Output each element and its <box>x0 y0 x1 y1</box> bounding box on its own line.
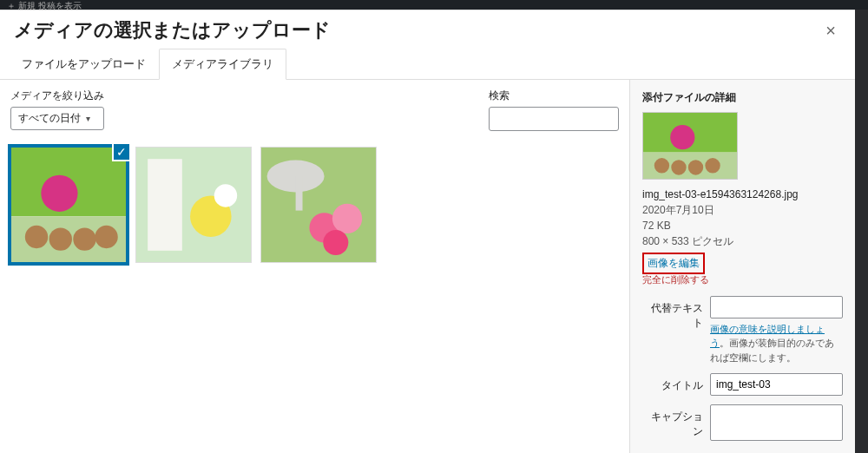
svg-point-5 <box>73 227 95 250</box>
modal-title: メディアの選択またはアップロード <box>14 17 331 43</box>
svg-point-16 <box>323 230 348 255</box>
filter-group: メディアを絞り込み すべての日付 ▾ <box>10 89 104 131</box>
tab-library-label: メディアライブラリ <box>172 57 273 70</box>
file-size: 72 KB <box>642 218 843 233</box>
caption-label: キャプション <box>642 404 703 439</box>
svg-rect-8 <box>148 159 182 251</box>
delete-permanently-link[interactable]: 完全に削除する <box>642 272 843 287</box>
svg-point-6 <box>95 226 117 248</box>
thumbnail-image <box>136 148 251 262</box>
modal-header: メディアの選択またはアップロード × <box>0 10 855 49</box>
chevron-down-icon: ▾ <box>86 114 90 123</box>
svg-point-4 <box>49 227 72 250</box>
media-item-3[interactable] <box>260 147 377 263</box>
thumbnail-image <box>11 148 126 262</box>
alt-text-row: 代替テキスト 画像の意味を説明しましょう。画像が装飾目的のみであれば空欄にします… <box>642 296 843 365</box>
modal-tabs: ファイルをアップロード メディアライブラリ <box>0 49 855 80</box>
svg-point-20 <box>654 158 669 173</box>
close-icon: × <box>825 21 836 41</box>
title-input[interactable] <box>710 373 843 396</box>
date-select-value: すべての日付 <box>18 111 81 126</box>
modal-content: メディアを絞り込み すべての日付 ▾ 検索 <box>0 80 855 453</box>
attachment-details: 添付ファイルの詳細 img_test-03-e1594363124268.jpg… <box>629 80 855 453</box>
caption-input[interactable] <box>710 404 843 441</box>
svg-point-21 <box>671 160 686 174</box>
media-item-1[interactable]: ✓ <box>10 147 127 263</box>
svg-point-15 <box>332 204 362 233</box>
svg-point-22 <box>688 160 703 174</box>
search-input[interactable] <box>489 107 619 131</box>
toolbar: メディアを絞り込み すべての日付 ▾ 検索 <box>10 89 619 131</box>
edit-image-highlight: 画像を編集 <box>642 253 705 274</box>
media-grid: ✓ <box>10 147 619 263</box>
alt-text-input[interactable] <box>710 296 843 318</box>
svg-point-23 <box>705 158 720 173</box>
svg-point-3 <box>25 226 48 248</box>
filter-label: メディアを絞り込み <box>10 89 104 103</box>
adminbar-left: ＋ 新規 投稿を表示 <box>7 1 82 10</box>
caption-row: キャプション <box>642 404 843 443</box>
main-panel: メディアを絞り込み すべての日付 ▾ 検索 <box>0 80 629 453</box>
thumbnail-image <box>261 148 376 262</box>
file-meta: img_test-03-e1594363124268.jpg 2020年7月10… <box>642 187 843 287</box>
admin-bar: ＋ 新規 投稿を表示 <box>0 0 868 10</box>
date-select[interactable]: すべての日付 ▾ <box>10 107 104 130</box>
svg-point-10 <box>214 184 237 207</box>
alt-text-help: 画像の意味を説明しましょう。画像が装飾目的のみであれば空欄にします。 <box>710 322 843 365</box>
selected-check-icon: ✓ <box>112 142 131 161</box>
tab-upload[interactable]: ファイルをアップロード <box>9 49 159 80</box>
svg-point-2 <box>41 175 77 212</box>
title-label: タイトル <box>642 373 703 393</box>
file-name: img_test-03-e1594363124268.jpg <box>642 187 843 202</box>
svg-point-19 <box>670 125 694 149</box>
sidebar-heading: 添付ファイルの詳細 <box>642 90 843 105</box>
file-dimensions: 800 × 533 ピクセル <box>642 233 843 249</box>
close-button[interactable]: × <box>820 20 841 41</box>
alt-help-tail: 。画像が装飾目的のみであれば空欄にします。 <box>710 338 834 363</box>
edit-image-link[interactable]: 画像を編集 <box>648 257 700 269</box>
title-row: タイトル <box>642 373 843 396</box>
attachment-preview <box>642 112 738 180</box>
search-label: 検索 <box>489 89 619 103</box>
preview-image <box>643 113 737 179</box>
background-strip <box>855 10 868 453</box>
alt-text-label: 代替テキスト <box>642 296 703 331</box>
svg-rect-13 <box>296 176 303 211</box>
file-date: 2020年7月10日 <box>642 202 843 218</box>
media-item-2[interactable] <box>135 147 252 263</box>
media-modal: メディアの選択またはアップロード × ファイルをアップロード メディアライブラリ… <box>0 10 855 453</box>
tab-library[interactable]: メディアライブラリ <box>159 49 286 80</box>
search-group: 検索 <box>489 89 619 131</box>
tab-upload-label: ファイルをアップロード <box>22 57 146 70</box>
